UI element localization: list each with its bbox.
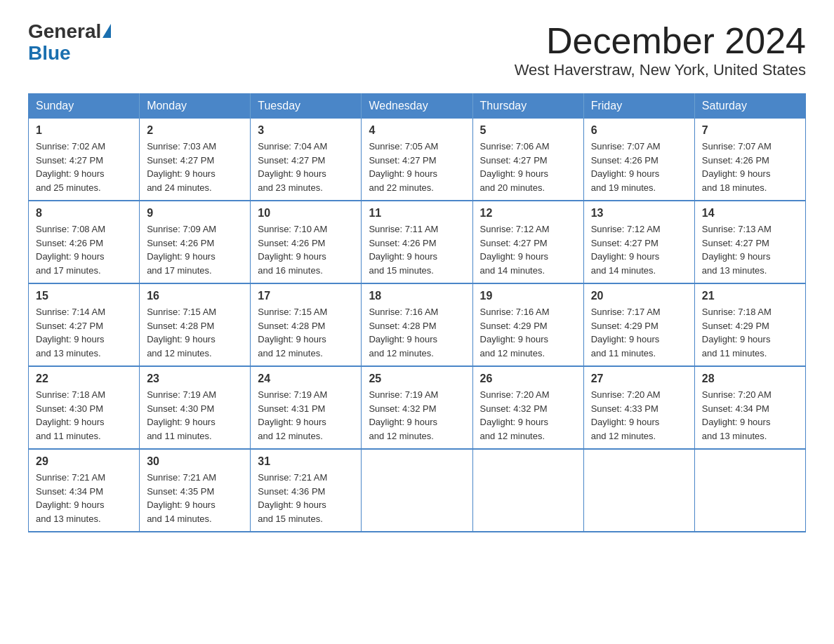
day-number: 23 [147, 373, 243, 385]
day-info: Sunrise: 7:15 AMSunset: 4:28 PMDaylight:… [147, 307, 216, 358]
day-cell: 10 Sunrise: 7:10 AMSunset: 4:26 PMDaylig… [251, 201, 362, 283]
day-number: 13 [591, 207, 687, 220]
day-number: 7 [702, 124, 798, 137]
day-number: 1 [36, 124, 132, 137]
day-info: Sunrise: 7:18 AMSunset: 4:30 PMDaylight:… [36, 389, 105, 441]
day-cell: 22 Sunrise: 7:18 AMSunset: 4:30 PMDaylig… [29, 366, 140, 449]
day-number: 31 [258, 455, 354, 468]
day-info: Sunrise: 7:04 AMSunset: 4:27 PMDaylight:… [258, 141, 327, 193]
day-info: Sunrise: 7:19 AMSunset: 4:30 PMDaylight:… [147, 389, 216, 441]
day-cell: 17 Sunrise: 7:15 AMSunset: 4:28 PMDaylig… [251, 283, 362, 366]
day-info: Sunrise: 7:14 AMSunset: 4:27 PMDaylight:… [36, 307, 105, 358]
day-info: Sunrise: 7:21 AMSunset: 4:35 PMDaylight:… [147, 472, 216, 524]
calendar-table: SundayMondayTuesdayWednesdayThursdayFrid… [28, 93, 806, 532]
day-cell [583, 449, 694, 532]
day-number: 6 [591, 124, 687, 137]
logo: General Blue [28, 21, 111, 65]
day-info: Sunrise: 7:19 AMSunset: 4:32 PMDaylight:… [369, 389, 438, 441]
day-number: 30 [147, 455, 243, 468]
day-info: Sunrise: 7:07 AMSunset: 4:26 PMDaylight:… [702, 141, 772, 193]
day-cell: 2 Sunrise: 7:03 AMSunset: 4:27 PMDayligh… [140, 119, 251, 201]
day-info: Sunrise: 7:09 AMSunset: 4:26 PMDaylight:… [147, 224, 216, 276]
day-number: 4 [369, 124, 465, 137]
week-row-3: 15 Sunrise: 7:14 AMSunset: 4:27 PMDaylig… [29, 283, 806, 366]
day-info: Sunrise: 7:16 AMSunset: 4:29 PMDaylight:… [480, 307, 550, 358]
week-row-2: 8 Sunrise: 7:08 AMSunset: 4:26 PMDayligh… [29, 201, 806, 283]
day-number: 11 [369, 207, 465, 220]
day-info: Sunrise: 7:19 AMSunset: 4:31 PMDaylight:… [258, 389, 327, 441]
weekday-header-wednesday: Wednesday [362, 94, 472, 119]
day-number: 3 [258, 124, 354, 137]
day-number: 24 [258, 373, 354, 385]
day-cell: 4 Sunrise: 7:05 AMSunset: 4:27 PMDayligh… [362, 119, 472, 201]
day-cell: 3 Sunrise: 7:04 AMSunset: 4:27 PMDayligh… [251, 119, 362, 201]
day-cell: 18 Sunrise: 7:16 AMSunset: 4:28 PMDaylig… [362, 283, 472, 366]
day-number: 18 [369, 290, 465, 302]
logo-triangle-icon [102, 24, 111, 38]
day-info: Sunrise: 7:20 AMSunset: 4:32 PMDaylight:… [480, 389, 550, 441]
weekday-header-sunday: Sunday [29, 94, 140, 119]
day-cell: 12 Sunrise: 7:12 AMSunset: 4:27 PMDaylig… [472, 201, 583, 283]
day-number: 20 [591, 290, 687, 302]
day-number: 16 [147, 290, 243, 302]
day-cell: 25 Sunrise: 7:19 AMSunset: 4:32 PMDaylig… [362, 366, 472, 449]
day-cell: 1 Sunrise: 7:02 AMSunset: 4:27 PMDayligh… [29, 119, 140, 201]
day-info: Sunrise: 7:02 AMSunset: 4:27 PMDaylight:… [36, 141, 105, 193]
day-cell: 5 Sunrise: 7:06 AMSunset: 4:27 PMDayligh… [472, 119, 583, 201]
day-info: Sunrise: 7:20 AMSunset: 4:34 PMDaylight:… [702, 389, 772, 441]
day-info: Sunrise: 7:07 AMSunset: 4:26 PMDaylight:… [591, 141, 661, 193]
day-cell: 7 Sunrise: 7:07 AMSunset: 4:26 PMDayligh… [694, 119, 805, 201]
day-cell [694, 449, 805, 532]
day-info: Sunrise: 7:05 AMSunset: 4:27 PMDaylight:… [369, 141, 438, 193]
day-cell: 27 Sunrise: 7:20 AMSunset: 4:33 PMDaylig… [583, 366, 694, 449]
day-cell: 9 Sunrise: 7:09 AMSunset: 4:26 PMDayligh… [140, 201, 251, 283]
day-info: Sunrise: 7:15 AMSunset: 4:28 PMDaylight:… [258, 307, 327, 358]
day-cell: 30 Sunrise: 7:21 AMSunset: 4:35 PMDaylig… [140, 449, 251, 532]
weekday-header-friday: Friday [583, 94, 694, 119]
day-cell: 14 Sunrise: 7:13 AMSunset: 4:27 PMDaylig… [694, 201, 805, 283]
day-cell: 16 Sunrise: 7:15 AMSunset: 4:28 PMDaylig… [140, 283, 251, 366]
day-info: Sunrise: 7:13 AMSunset: 4:27 PMDaylight:… [702, 224, 772, 276]
day-cell: 28 Sunrise: 7:20 AMSunset: 4:34 PMDaylig… [694, 366, 805, 449]
day-cell: 19 Sunrise: 7:16 AMSunset: 4:29 PMDaylig… [472, 283, 583, 366]
day-cell: 23 Sunrise: 7:19 AMSunset: 4:30 PMDaylig… [140, 366, 251, 449]
day-number: 2 [147, 124, 243, 137]
weekday-header-saturday: Saturday [694, 94, 805, 119]
day-info: Sunrise: 7:12 AMSunset: 4:27 PMDaylight:… [591, 224, 661, 276]
logo-general-text: General [28, 21, 101, 43]
day-number: 14 [702, 207, 798, 220]
day-info: Sunrise: 7:16 AMSunset: 4:28 PMDaylight:… [369, 307, 438, 358]
day-number: 15 [36, 290, 132, 302]
day-cell: 24 Sunrise: 7:19 AMSunset: 4:31 PMDaylig… [251, 366, 362, 449]
day-number: 5 [480, 124, 576, 137]
day-number: 27 [591, 373, 687, 385]
day-cell: 13 Sunrise: 7:12 AMSunset: 4:27 PMDaylig… [583, 201, 694, 283]
day-cell: 11 Sunrise: 7:11 AMSunset: 4:26 PMDaylig… [362, 201, 472, 283]
day-cell: 15 Sunrise: 7:14 AMSunset: 4:27 PMDaylig… [29, 283, 140, 366]
day-number: 21 [702, 290, 798, 302]
week-row-4: 22 Sunrise: 7:18 AMSunset: 4:30 PMDaylig… [29, 366, 806, 449]
day-info: Sunrise: 7:12 AMSunset: 4:27 PMDaylight:… [480, 224, 550, 276]
day-number: 22 [36, 373, 132, 385]
weekday-header-row: SundayMondayTuesdayWednesdayThursdayFrid… [29, 94, 806, 119]
title-area: December 2024 West Haverstraw, New York,… [515, 21, 806, 79]
day-number: 12 [480, 207, 576, 220]
day-info: Sunrise: 7:17 AMSunset: 4:29 PMDaylight:… [591, 307, 661, 358]
day-cell [362, 449, 472, 532]
day-info: Sunrise: 7:08 AMSunset: 4:26 PMDaylight:… [36, 224, 105, 276]
day-info: Sunrise: 7:10 AMSunset: 4:26 PMDaylight:… [258, 224, 327, 276]
month-title: December 2024 [515, 21, 806, 61]
day-number: 17 [258, 290, 354, 302]
day-info: Sunrise: 7:21 AMSunset: 4:36 PMDaylight:… [258, 472, 327, 524]
weekday-header-tuesday: Tuesday [251, 94, 362, 119]
day-info: Sunrise: 7:21 AMSunset: 4:34 PMDaylight:… [36, 472, 105, 524]
day-number: 25 [369, 373, 465, 385]
day-cell: 6 Sunrise: 7:07 AMSunset: 4:26 PMDayligh… [583, 119, 694, 201]
weekday-header-monday: Monday [140, 94, 251, 119]
day-cell: 20 Sunrise: 7:17 AMSunset: 4:29 PMDaylig… [583, 283, 694, 366]
logo-blue-text: Blue [28, 43, 111, 65]
day-cell: 21 Sunrise: 7:18 AMSunset: 4:29 PMDaylig… [694, 283, 805, 366]
day-number: 8 [36, 207, 132, 220]
day-number: 10 [258, 207, 354, 220]
day-info: Sunrise: 7:06 AMSunset: 4:27 PMDaylight:… [480, 141, 550, 193]
